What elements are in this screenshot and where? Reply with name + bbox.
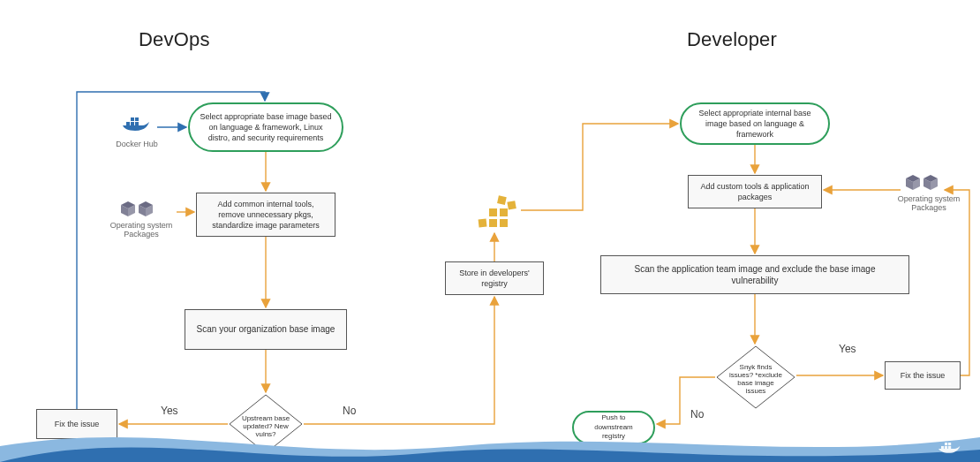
devops-scan-node: Scan your organization base image [185,309,347,350]
devops-tools-node: Add common internal tools, remove unnece… [196,193,335,237]
package-cubes-icon-right [904,172,941,197]
svg-rect-14 [941,446,944,449]
os-packages-label-right: Operating system Packages [893,194,964,212]
devops-decision-node: Upstream base updated? New vulns? [228,393,304,458]
dev-scan-node: Scan the application team image and excl… [600,255,909,294]
devops-title: DevOps [139,28,210,51]
svg-rect-17 [945,443,947,445]
dev-yes-label: Yes [839,343,856,355]
package-cubes-icon [119,199,156,223]
svg-rect-6 [479,218,487,227]
svg-rect-1 [131,122,134,125]
dev-start-node: Select appropriate internal base image b… [680,102,830,145]
dev-decision-text: Snyk finds issues? *exclude base image i… [715,345,796,413]
devops-store-node: Store in developers' registry [445,261,544,295]
docker-hub-label: Docker Hub [115,140,159,148]
svg-rect-4 [135,117,139,121]
footer-wave [0,420,980,462]
svg-rect-10 [500,208,508,216]
dev-push-node: Push to downstream registry [572,411,655,444]
devops-yes-label: Yes [161,405,178,417]
svg-rect-8 [500,219,508,227]
devops-start-node: Select appropriate base image based on l… [188,102,343,152]
svg-rect-18 [948,443,951,445]
docker-whale-icon [121,113,153,141]
registry-grid-icon [477,193,517,233]
devops-decision-text: Upstream base updated? New vulns? [228,393,304,458]
svg-rect-0 [126,122,130,125]
svg-rect-16 [948,446,951,449]
devops-fix-node: Fix the issue [36,409,117,439]
svg-rect-12 [507,201,516,209]
svg-rect-9 [489,208,497,216]
svg-rect-11 [497,195,507,205]
docker-footer-icon [938,439,964,458]
dev-decision-node: Snyk finds issues? *exclude base image i… [715,345,796,413]
svg-rect-7 [489,219,497,227]
svg-rect-2 [135,122,139,125]
svg-rect-3 [131,117,134,121]
developer-title: Developer [687,28,777,51]
dev-no-label: No [690,408,704,420]
svg-rect-15 [945,446,947,449]
os-packages-label-left: Operating system Packages [106,221,177,239]
devops-no-label: No [343,405,356,417]
dev-add-node: Add custom tools & application packages [688,175,822,208]
dev-fix-node: Fix the issue [885,361,961,390]
